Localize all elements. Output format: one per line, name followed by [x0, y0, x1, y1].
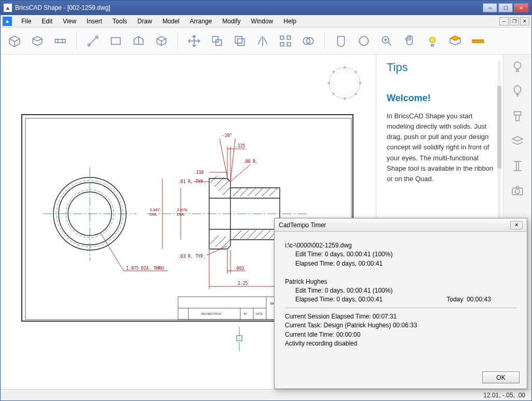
menu-view[interactable]: View	[58, 16, 81, 26]
svg-rect-6	[238, 38, 244, 45]
menu-window[interactable]: Window	[246, 16, 279, 26]
menu-edit[interactable]: Edit	[36, 16, 58, 26]
menu-file[interactable]: File	[16, 16, 36, 26]
svg-marker-21	[327, 81, 330, 85]
tool-copy-icon[interactable]	[232, 33, 248, 49]
menu-help[interactable]: Help	[278, 16, 302, 26]
svg-marker-19	[343, 65, 346, 68]
svg-rect-3	[212, 36, 218, 42]
dialog-close-button[interactable]: ✕	[510, 221, 523, 229]
svg-rect-10	[287, 43, 291, 46]
titlebar[interactable]: ▲ BricsCAD Shape - [002-1259.dwg] ─ ☐ ✕	[1, 1, 531, 15]
tool-pan-icon[interactable]	[402, 33, 417, 49]
tips-title: Tips	[387, 61, 495, 74]
rail-bulb-icon[interactable]	[510, 59, 525, 74]
svg-line-57	[262, 230, 270, 239]
tool-subtract-icon[interactable]	[333, 33, 349, 49]
menu-draw[interactable]: Draw	[132, 16, 157, 26]
svg-point-18	[332, 71, 357, 95]
svg-marker-20	[343, 98, 346, 101]
tool-transform-icon[interactable]	[209, 33, 225, 49]
tool-union-icon[interactable]	[301, 33, 316, 49]
tool-array-icon[interactable]	[278, 33, 293, 49]
svg-rect-8	[287, 36, 291, 39]
dlg-session: Current Session Elapsed Time: 00:07:31	[285, 312, 516, 321]
menu-arrange[interactable]: Arrange	[185, 16, 217, 26]
menubar: ▲ File Edit View Insert Tools Draw Model…	[1, 15, 531, 27]
svg-point-87	[515, 189, 520, 194]
svg-point-85	[514, 86, 521, 93]
dlg-activity: Activity recording disabled	[285, 339, 516, 348]
dlg-idle: Current Idle Time: 00:00:00	[285, 330, 516, 339]
tool-box3d-icon[interactable]	[154, 33, 169, 49]
svg-line-49	[269, 188, 278, 196]
mdi-restore-button[interactable]: ❐	[510, 17, 519, 25]
dim-d3047: 3.047DIA.	[149, 208, 160, 217]
svg-point-84	[514, 62, 521, 68]
status-coords: 12.01, -.05, .00	[483, 392, 525, 399]
tool-tape-icon[interactable]	[470, 33, 486, 49]
dim-l225: 2.25	[238, 281, 248, 286]
svg-point-13	[359, 36, 368, 45]
tool-extrude-icon[interactable]	[30, 33, 45, 49]
mdi-minimize-button[interactable]: ─	[499, 17, 509, 25]
dim-r06: .06 R.	[243, 159, 258, 164]
svg-line-47	[255, 188, 263, 196]
mdi-close-button[interactable]: ✕	[520, 17, 529, 25]
svg-line-50	[210, 236, 219, 244]
minimize-button[interactable]: ─	[483, 3, 497, 12]
dlg-today-label: Today	[446, 296, 463, 303]
svg-line-75	[230, 139, 235, 182]
svg-point-15	[430, 37, 435, 43]
svg-line-56	[255, 230, 263, 239]
dim-thru: 1.875 DIA. THRU	[126, 266, 163, 271]
tb-date: DATE	[256, 312, 263, 315]
svg-rect-5	[235, 36, 242, 43]
tool-section-icon[interactable]	[447, 33, 463, 49]
rail-balloon-icon[interactable]	[510, 84, 525, 99]
tb-rev: REVISED FROM	[201, 312, 221, 315]
svg-line-70	[230, 164, 251, 182]
tool-offset-icon[interactable]	[356, 33, 372, 49]
svg-line-35	[100, 232, 124, 271]
dim-w063: .063	[234, 266, 244, 271]
view-compass[interactable]	[324, 62, 365, 104]
svg-line-43	[223, 188, 230, 195]
tool-zoom-icon[interactable]	[379, 33, 394, 49]
tool-light-icon[interactable]	[425, 33, 440, 49]
dim-ang20: -20°	[222, 133, 232, 138]
svg-marker-22	[359, 81, 362, 85]
tool-box-icon[interactable]	[7, 33, 22, 49]
tool-beam-icon[interactable]	[52, 33, 68, 49]
svg-line-54	[240, 230, 249, 239]
ok-button[interactable]: OK	[482, 371, 520, 383]
menu-model[interactable]: Model	[157, 16, 185, 26]
dlg-user-edit: Edit Time: 0 days, 00:00:41 (100%)	[285, 286, 516, 295]
maximize-button[interactable]: ☐	[498, 3, 513, 12]
tool-line-icon[interactable]	[85, 33, 101, 49]
tool-move-icon[interactable]	[186, 33, 202, 49]
dim-r125: .125	[235, 144, 245, 148]
window-title: BricsCAD Shape - [002-1259.dwg]	[15, 4, 483, 11]
menu-modify[interactable]: Modify	[217, 16, 245, 26]
tool-pushpull-icon[interactable]	[131, 33, 146, 49]
menu-insert[interactable]: Insert	[81, 16, 107, 26]
rail-brush-icon[interactable]	[510, 108, 525, 124]
tool-rect-icon[interactable]	[108, 33, 124, 49]
app-icon: ▲	[4, 4, 12, 12]
tips-scrollbar-thumb[interactable]	[497, 86, 501, 169]
dlg-file-path: i:\c-\0000\002-1259.dwg	[285, 241, 516, 250]
rail-camera-icon[interactable]	[510, 183, 525, 199]
rail-profile-icon[interactable]	[510, 158, 525, 174]
rail-layers-icon[interactable]	[510, 133, 525, 149]
dialog-titlebar[interactable]: CadTempo Timer ✕	[275, 218, 527, 232]
app-menu-icon[interactable]: ▲	[3, 17, 12, 26]
menu-tools[interactable]: Tools	[107, 16, 132, 26]
close-button[interactable]: ✕	[514, 3, 528, 12]
svg-line-55	[248, 230, 256, 239]
cadtempo-dialog[interactable]: CadTempo Timer ✕ i:\c-\0000\002-1259.dwg…	[274, 218, 527, 389]
dlg-file-elapsed: Elapsed Time: 0 days, 00:00:41	[285, 259, 516, 268]
svg-line-74	[220, 139, 228, 180]
toolbar	[1, 27, 531, 54]
tool-mirror-icon[interactable]	[255, 33, 270, 49]
